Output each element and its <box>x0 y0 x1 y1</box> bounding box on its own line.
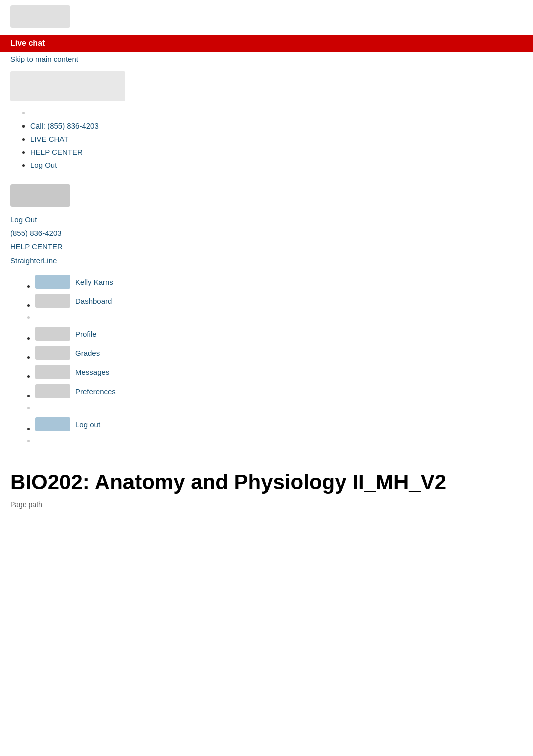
nav-item-logo-only <box>30 106 523 119</box>
course-title: BIO202: Anatomy and Physiology II_MH_V2 <box>10 470 523 494</box>
top-nav-list: Call: (855) 836-4203 LIVE CHAT HELP CENT… <box>10 106 523 159</box>
user-section: Log Out (855) 836-4203 HELP CENTER Strai… <box>0 177 533 455</box>
grades-link[interactable]: Grades <box>75 349 100 357</box>
sidebar-item-grades[interactable]: Grades <box>35 343 523 362</box>
messages-icon <box>35 365 70 379</box>
logout-link-sidebar[interactable]: Log out <box>75 420 100 429</box>
grades-icon <box>35 346 70 360</box>
user-avatar-placeholder <box>10 184 70 207</box>
sidebar-item-messages[interactable]: Messages <box>35 362 523 382</box>
sidebar-item-dashboard[interactable]: Dashboard <box>35 291 523 310</box>
profile-link[interactable]: Profile <box>75 330 97 338</box>
sidebar-empty-1 <box>35 310 523 324</box>
live-chat-label: Live chat <box>10 39 45 47</box>
nav-item-helpcenter[interactable]: HELP CENTER <box>30 146 523 159</box>
top-logo-area <box>0 0 533 35</box>
user-phone-link[interactable]: (855) 836-4203 <box>10 226 523 240</box>
top-logo <box>10 5 70 28</box>
nav-item-call[interactable]: Call: (855) 836-4203 <box>30 119 523 133</box>
user-icon-placeholder <box>35 275 70 289</box>
sidebar-item-username: Kelly Karns <box>35 272 523 291</box>
skip-to-main-link[interactable]: Skip to main content <box>0 52 533 66</box>
sidebar-item-profile[interactable]: Profile <box>35 324 523 343</box>
live-chat-banner[interactable]: Live chat <box>0 35 533 52</box>
user-straighterline-link[interactable]: StraighterLine <box>10 254 523 267</box>
user-links: Log Out (855) 836-4203 HELP CENTER Strai… <box>10 213 523 267</box>
page-path-label: Page path <box>10 500 523 509</box>
preferences-link[interactable]: Preferences <box>75 387 116 396</box>
nav-logo-placeholder <box>10 71 125 101</box>
messages-link[interactable]: Messages <box>75 368 109 376</box>
sidebar-empty-3 <box>35 434 523 448</box>
profile-icon <box>35 327 70 341</box>
live-chat-link[interactable]: LIVE CHAT <box>30 135 68 143</box>
user-helpcenter-link[interactable]: HELP CENTER <box>10 240 523 254</box>
sidebar-item-logoutbottom[interactable]: Log out <box>35 415 523 434</box>
help-center-link[interactable]: HELP CENTER <box>30 148 83 156</box>
logout-link-top[interactable]: Log Out <box>30 161 57 169</box>
user-logout-link[interactable]: Log Out <box>10 213 523 226</box>
sidebar-empty-2 <box>35 401 523 415</box>
sidebar-nav: Kelly Karns Dashboard Profile <box>10 272 523 448</box>
username-link[interactable]: Kelly Karns <box>75 278 113 286</box>
sidebar-item-preferences[interactable]: Preferences <box>35 382 523 401</box>
logout-icon <box>35 417 70 431</box>
top-nav: Call: (855) 836-4203 LIVE CHAT HELP CENT… <box>0 66 533 177</box>
top-nav-logout-list: Log Out <box>10 159 523 172</box>
nav-item-livechat[interactable]: LIVE CHAT <box>30 133 523 146</box>
preferences-icon <box>35 384 70 398</box>
call-link[interactable]: Call: (855) 836-4203 <box>30 121 99 130</box>
dashboard-link[interactable]: Dashboard <box>75 297 112 305</box>
nav-item-logout[interactable]: Log Out <box>30 159 523 172</box>
dashboard-icon <box>35 294 70 308</box>
main-content: BIO202: Anatomy and Physiology II_MH_V2 … <box>0 455 533 519</box>
sidebar-nav-list: Kelly Karns Dashboard Profile <box>20 272 523 448</box>
